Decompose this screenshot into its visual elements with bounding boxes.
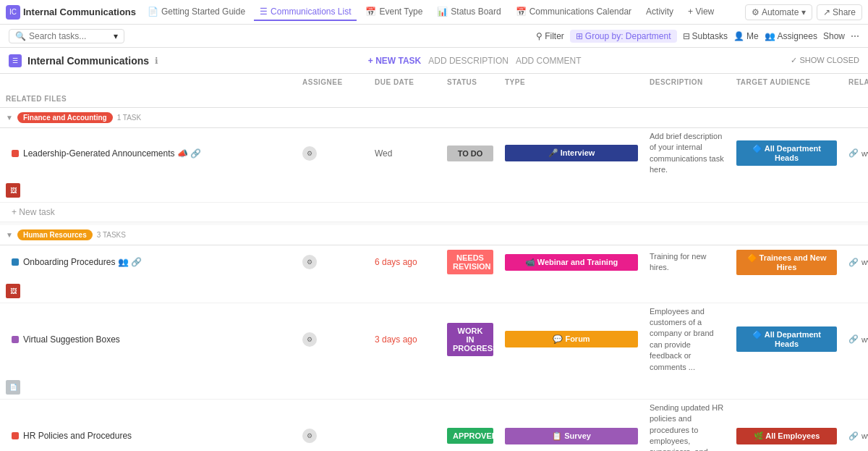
assignee-cell: ⚙ xyxy=(297,424,369,447)
avatar: ⚙ xyxy=(302,255,317,269)
link-cell[interactable]: 🔗 www.clickup.com xyxy=(843,427,868,445)
group-by-button[interactable]: ⊞ Group by: Department xyxy=(570,30,677,43)
group-task-count-finance: 1 TASK xyxy=(117,114,142,122)
task-name[interactable]: HR Policies and Procedures xyxy=(23,431,132,441)
show-closed-button[interactable]: ✓ SHOW CLOSED xyxy=(791,56,859,65)
col-related-links: RELATED LINKS xyxy=(843,74,868,90)
audience-cell: 🔷 All Department Heads xyxy=(731,136,843,170)
subtasks-button[interactable]: ⊟ Subtasks xyxy=(683,31,728,41)
show-button[interactable]: Show xyxy=(823,31,845,41)
group-badge-hr: Human Resources xyxy=(17,229,93,240)
due-date-cell: 3 days ago xyxy=(369,330,441,349)
link-url: www.clickup.com xyxy=(861,335,868,344)
group-toggle-hr[interactable]: ▼ xyxy=(6,231,13,239)
link-icon: 🔗 xyxy=(848,258,859,267)
avatar: ⚙ xyxy=(302,146,317,161)
group-hr: ▼ Human Resources 3 TASKS Onboarding Pro… xyxy=(0,225,868,451)
task-name[interactable]: Leadership-Generated Announcements 📣 🔗 xyxy=(23,148,201,159)
page-header: ☰ Internal Communications ℹ + NEW TASK A… xyxy=(0,48,868,74)
tab-icon: 📄 xyxy=(148,7,158,17)
share-button[interactable]: ↗ Share xyxy=(817,4,862,20)
status-badge[interactable]: WORK IN PROGRESS xyxy=(447,323,493,356)
task-color-indicator xyxy=(12,258,19,266)
task-color-indicator xyxy=(12,150,19,157)
tab-icon: 📊 xyxy=(437,7,448,17)
link-cell[interactable]: 🔗 www.clickup.com xyxy=(843,253,868,271)
tab-label: Activity xyxy=(646,7,673,17)
audience-badge: 🔷 All Department Heads xyxy=(736,326,837,352)
me-button[interactable]: 👤 Me xyxy=(733,31,759,41)
status-badge[interactable]: TO DO xyxy=(447,146,493,161)
search-icon: 🔍 xyxy=(15,31,26,41)
link-icon: 🔗 xyxy=(848,334,859,344)
col-target-audience: TARGET AUDIENCE xyxy=(731,74,843,90)
info-icon[interactable]: ℹ xyxy=(155,56,158,66)
task-name-cell: Virtual Suggestion Boxes xyxy=(0,330,297,349)
automate-button[interactable]: ⚙ Automate ▾ xyxy=(745,4,812,20)
tab-add-view[interactable]: + View xyxy=(682,4,720,21)
assignee-cell: ⚙ xyxy=(297,250,369,274)
status-badge[interactable]: NEEDS REVISION xyxy=(447,250,493,274)
search-dropdown-icon: ▾ xyxy=(114,31,118,41)
task-color-indicator xyxy=(12,336,19,343)
toolbar: 🔍 ▾ ⚲ Filter ⊞ Group by: Department ⊟ Su… xyxy=(0,25,868,48)
search-input[interactable] xyxy=(29,31,111,41)
link-cell[interactable]: 🔗 www.clickup.com xyxy=(843,330,868,348)
tab-communications-list[interactable]: ☰ Communications List xyxy=(254,4,357,21)
type-badge[interactable]: 💬 Forum xyxy=(505,331,638,347)
add-comment-action[interactable]: ADD COMMENT xyxy=(516,56,582,66)
col-status: STATUS xyxy=(441,74,499,90)
type-cell: 📹 Webinar and Training xyxy=(499,250,644,275)
link-url: www.clickup.com xyxy=(861,431,868,440)
tab-icon: 📅 xyxy=(516,7,527,17)
tab-label: Getting Started Guide xyxy=(161,7,245,17)
table-row: Leadership-Generated Announcements 📣 🔗 ⚙… xyxy=(0,128,868,203)
filter-button[interactable]: ⚲ Filter xyxy=(536,31,564,41)
status-cell: APPROVED xyxy=(441,423,499,448)
link-cell[interactable]: 🔗 www.clickup.com xyxy=(843,144,868,162)
tab-icon: 📅 xyxy=(365,7,376,17)
type-cell: 📋 Survey xyxy=(499,423,644,449)
tab-event-type[interactable]: 📅 Event Type xyxy=(359,4,428,21)
task-name[interactable]: Virtual Suggestion Boxes xyxy=(23,334,120,345)
type-badge[interactable]: 📹 Webinar and Training xyxy=(505,254,638,271)
file-thumbnail[interactable]: 📄 xyxy=(6,380,20,395)
status-cell: WORK IN PROGRESS xyxy=(441,319,499,361)
assignee-cell: ⚙ xyxy=(297,328,369,351)
top-nav: IC Internal Communications 📄 Getting Sta… xyxy=(0,0,868,25)
audience-cell: 🔶 Trainees and New Hires xyxy=(731,245,843,279)
add-description-action[interactable]: ADD DESCRIPTION xyxy=(428,56,509,66)
assignees-button[interactable]: 👥 Assignees xyxy=(765,31,817,41)
task-name[interactable]: Onboarding Procedures 👥 🔗 xyxy=(23,257,142,267)
status-cell: NEEDS REVISION xyxy=(441,245,499,279)
file-thumbnail[interactable]: 🖼 xyxy=(6,183,20,198)
more-options-button[interactable]: ⋯ xyxy=(851,31,859,41)
link-url: www.clickup.com xyxy=(861,258,868,266)
group-badge-finance: Finance and Accounting xyxy=(17,112,113,123)
new-task-row-finance[interactable]: + New task xyxy=(0,203,868,222)
type-badge[interactable]: 📋 Survey xyxy=(505,428,638,444)
tab-label: Status Board xyxy=(451,7,501,17)
type-badge[interactable]: 🎤 Interview xyxy=(505,145,638,161)
avatar: ⚙ xyxy=(302,429,317,443)
app-title: Internal Communications xyxy=(23,7,136,17)
due-date-cell: 6 days ago xyxy=(369,253,441,271)
new-task-action[interactable]: + NEW TASK xyxy=(368,56,421,66)
tab-icon: ☰ xyxy=(260,7,268,17)
table-row: HR Policies and Procedures ⚙ APPROVED 📋 … xyxy=(0,400,868,451)
task-name-cell: Onboarding Procedures 👥 🔗 xyxy=(0,253,297,271)
link-icon: 🔗 xyxy=(848,431,859,441)
description-cell: Sending updated HR policies and procedur… xyxy=(644,400,731,451)
tab-calendar[interactable]: 📅 Communications Calendar xyxy=(510,4,637,21)
tab-status-board[interactable]: 📊 Status Board xyxy=(431,4,506,21)
files-cell: 📄 xyxy=(0,376,297,399)
file-thumbnail[interactable]: 🖼 xyxy=(6,284,20,298)
tab-getting-started[interactable]: 📄 Getting Started Guide xyxy=(142,4,251,21)
tab-activity[interactable]: Activity xyxy=(640,4,679,21)
audience-badge: 🔶 Trainees and New Hires xyxy=(736,250,837,275)
group-toggle-finance[interactable]: ▼ xyxy=(6,114,13,122)
status-badge[interactable]: APPROVED xyxy=(447,428,493,444)
audience-cell: 🌿 All Employees xyxy=(731,423,843,449)
col-related-files: RELATED FILES xyxy=(0,90,297,107)
search-box[interactable]: 🔍 ▾ xyxy=(9,29,124,43)
